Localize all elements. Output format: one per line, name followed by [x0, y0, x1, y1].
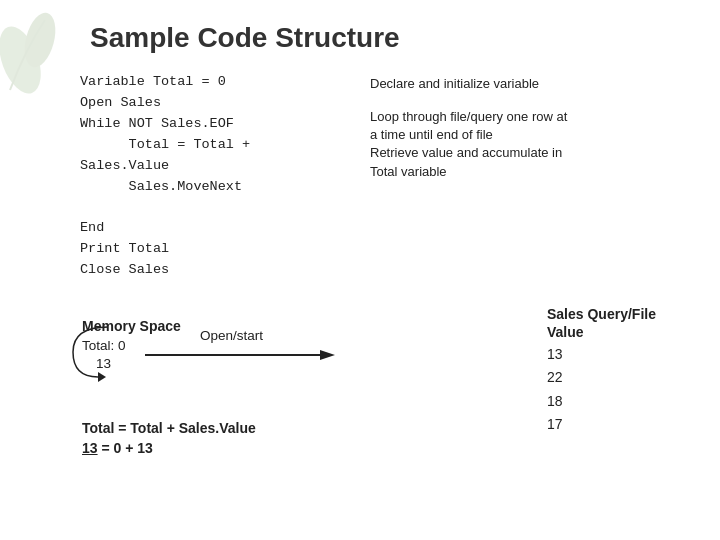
svg-marker-4: [320, 350, 335, 360]
sales-value-2: 22: [547, 366, 692, 389]
memory-arrow-svg: [68, 322, 118, 382]
code-line-9: Print Total: [80, 239, 250, 260]
equation-line2: 13 = 0 + 13: [82, 440, 153, 456]
code-block: Variable Total = 0 Open Sales While NOT …: [80, 72, 250, 281]
sales-query-title: Sales Query/File Value: [547, 305, 692, 341]
code-line-6: Sales.MoveNext: [80, 177, 250, 198]
annotation-declare: Declare and initialize variable: [370, 75, 680, 93]
sales-query-box: Sales Query/File Value 13 22 18 17: [547, 305, 692, 436]
decorative-leaf: [0, 0, 70, 100]
code-line-10: Close Sales: [80, 260, 250, 281]
sales-query-values: 13 22 18 17: [547, 343, 692, 435]
sales-value-1: 13: [547, 343, 692, 366]
sales-value-4: 17: [547, 413, 692, 436]
code-line-5: Sales.Value: [80, 156, 250, 177]
open-start-arrow: [145, 345, 335, 365]
code-line-1: Variable Total = 0: [80, 72, 250, 93]
open-start-label: Open/start: [200, 328, 263, 343]
code-line-2: Open Sales: [80, 93, 250, 114]
annotation-loop: Loop through file/query one row at a tim…: [370, 108, 690, 181]
code-line-3: While NOT Sales.EOF: [80, 114, 250, 135]
code-line-8: End: [80, 218, 250, 239]
eq-result: 13: [82, 440, 98, 456]
page-title: Sample Code Structure: [90, 22, 400, 54]
code-line-7: [80, 198, 250, 219]
equation-line1: Total = Total + Sales.Value: [82, 420, 256, 436]
code-line-4: Total = Total +: [80, 135, 250, 156]
svg-marker-2: [98, 372, 106, 382]
sales-value-3: 18: [547, 390, 692, 413]
